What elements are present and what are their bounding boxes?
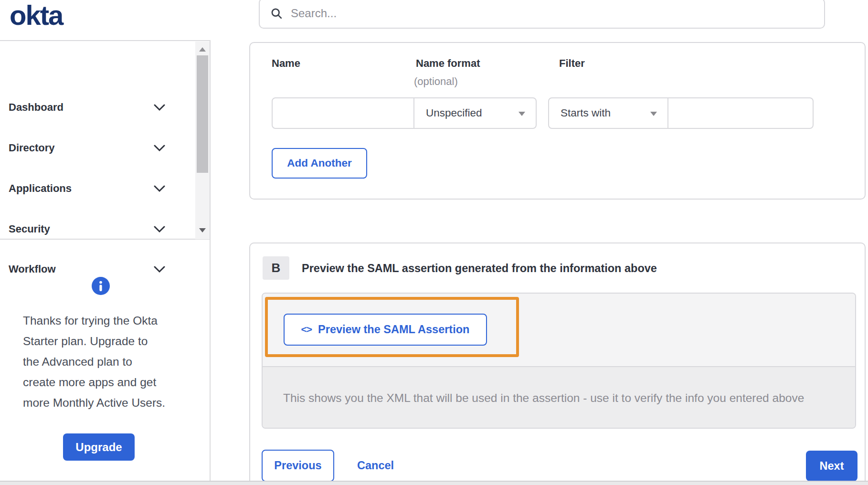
sidebar-item-label: Workflow: [9, 263, 56, 275]
window-bottom-edge: [0, 481, 868, 485]
scroll-up-icon[interactable]: [199, 47, 206, 52]
sidebar-item-label: Dashboard: [9, 101, 64, 114]
upgrade-button[interactable]: Upgrade: [63, 433, 135, 461]
sidebar-item-applications[interactable]: Applications: [0, 178, 195, 199]
next-button[interactable]: Next: [806, 451, 857, 481]
preview-saml-button-label: Preview the SAML Assertion: [318, 323, 469, 336]
sidebar-item-label: Applications: [9, 182, 72, 195]
sidebar-nav: Dashboard Directory Applications Securit…: [0, 40, 211, 240]
search-icon: [270, 7, 283, 20]
upgrade-message-line: more Monthly Active Users.: [23, 392, 190, 413]
scroll-thumb[interactable]: [197, 55, 208, 173]
previous-button[interactable]: Previous: [262, 450, 334, 482]
sidebar-scrollbar[interactable]: [195, 42, 210, 239]
name-format-optional-label: (optional): [414, 75, 458, 88]
assertion-description: This shows you the XML that will be used…: [283, 391, 804, 405]
sidebar-item-directory[interactable]: Directory: [0, 137, 195, 158]
upgrade-message-line: create more apps and get: [23, 372, 190, 392]
assertion-preview-panel: <> Preview the SAML Assertion This shows…: [262, 293, 856, 429]
filter-operator-select[interactable]: Starts with: [548, 97, 668, 129]
caret-down-icon: [650, 112, 657, 116]
attribute-name-input[interactable]: [272, 97, 414, 129]
search-box[interactable]: [259, 0, 825, 29]
sidebar-divider: [210, 40, 211, 485]
section-b-badge: B: [263, 256, 289, 280]
chevron-down-icon: [154, 145, 165, 152]
filter-column-label: Filter: [559, 57, 585, 70]
preview-saml-section-card: B Preview the SAML assertion generated f…: [249, 242, 866, 485]
name-format-selected-value: Unspecified: [426, 107, 482, 119]
upgrade-message-line: Starter plan. Upgrade to: [23, 331, 190, 351]
name-format-column-label: Name format: [416, 57, 480, 70]
sidebar-item-security[interactable]: Security: [0, 219, 195, 240]
search-input[interactable]: [291, 7, 792, 20]
okta-admin-console: okta Dashboard Directory Applications Se…: [0, 0, 868, 485]
assertion-preview-top: <> Preview the SAML Assertion: [263, 294, 855, 366]
cancel-link[interactable]: Cancel: [357, 450, 394, 482]
okta-logo: okta: [10, 0, 63, 31]
sidebar-item-label: Directory: [9, 142, 55, 154]
chevron-down-icon: [154, 266, 165, 273]
chevron-down-icon: [154, 185, 165, 192]
name-format-select[interactable]: Unspecified: [413, 97, 537, 129]
preview-saml-assertion-button[interactable]: <> Preview the SAML Assertion: [284, 314, 487, 346]
caret-down-icon: [519, 112, 525, 116]
sidebar-item-label: Security: [9, 223, 50, 235]
upgrade-message-line: Thanks for trying the Okta: [23, 310, 190, 331]
upgrade-message: Thanks for trying the Okta Starter plan.…: [23, 310, 190, 413]
assertion-description-strip: This shows you the XML that will be used…: [263, 366, 855, 429]
sidebar-item-dashboard[interactable]: Dashboard: [0, 97, 195, 118]
upgrade-message-line: the Advanced plan to: [23, 351, 190, 372]
name-column-label: Name: [272, 57, 300, 70]
chevron-down-icon: [154, 104, 165, 111]
scroll-down-icon[interactable]: [199, 228, 206, 232]
section-heading: Preview the SAML assertion generated fro…: [302, 262, 657, 275]
add-another-button[interactable]: Add Another: [272, 148, 367, 179]
chevron-down-icon: [154, 226, 165, 233]
attribute-statements-card: Name Name format (optional) Filter Unspe…: [249, 42, 866, 200]
code-icon: <>: [301, 324, 312, 335]
filter-operator-selected-value: Starts with: [561, 107, 611, 119]
info-icon: [92, 277, 110, 295]
filter-value-input[interactable]: [667, 97, 814, 129]
